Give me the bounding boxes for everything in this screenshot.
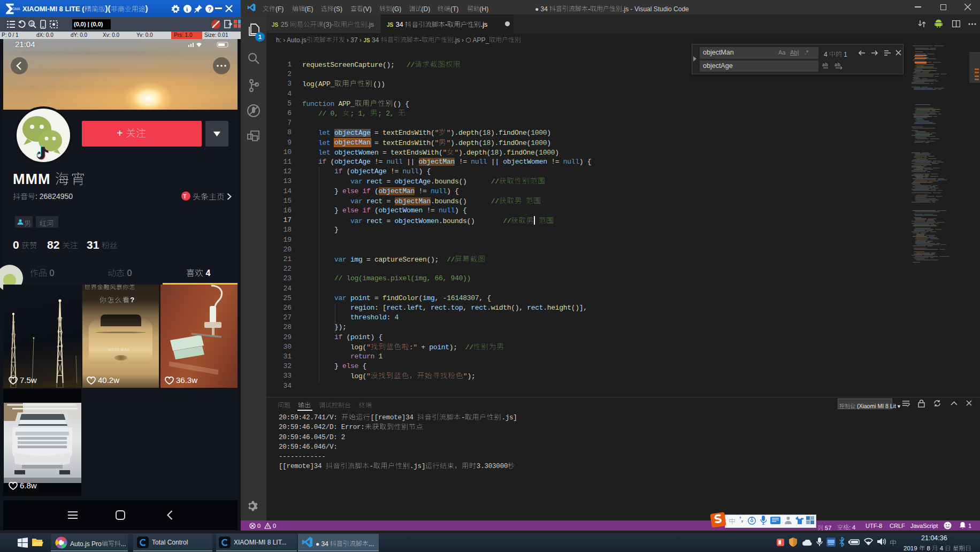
svg-text:i: i: [186, 6, 188, 12]
svg-text:@: @: [30, 22, 34, 26]
svg-text:ab: ab: [822, 63, 828, 68]
svg-text:?: ?: [208, 6, 212, 12]
svg-text:T: T: [183, 194, 187, 200]
svg-text:GMA: GMA: [12, 7, 20, 11]
svg-text:ab: ab: [834, 63, 840, 68]
